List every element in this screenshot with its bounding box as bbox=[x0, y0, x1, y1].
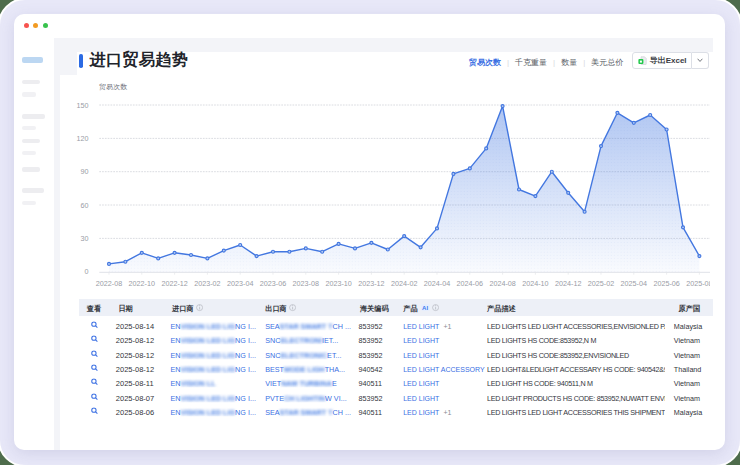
svg-text:2025-02: 2025-02 bbox=[588, 279, 614, 288]
svg-text:2024-12: 2024-12 bbox=[555, 279, 581, 288]
svg-text:2022-12: 2022-12 bbox=[161, 279, 187, 288]
svg-text:2024-04: 2024-04 bbox=[424, 279, 450, 288]
svg-text:2025-06: 2025-06 bbox=[653, 279, 679, 288]
svg-text:90: 90 bbox=[81, 167, 89, 176]
svg-text:120: 120 bbox=[77, 134, 89, 143]
svg-text:2023-02: 2023-02 bbox=[194, 279, 220, 288]
svg-text:2022-10: 2022-10 bbox=[129, 279, 155, 288]
svg-text:2022-08: 2022-08 bbox=[96, 279, 122, 288]
svg-text:30: 30 bbox=[81, 234, 89, 243]
svg-text:2025-08: 2025-08 bbox=[686, 279, 710, 288]
svg-text:2024-08: 2024-08 bbox=[489, 279, 515, 288]
svg-text:2023-12: 2023-12 bbox=[358, 279, 384, 288]
svg-text:150: 150 bbox=[77, 101, 89, 110]
svg-text:2023-08: 2023-08 bbox=[293, 279, 319, 288]
svg-text:2023-10: 2023-10 bbox=[325, 279, 351, 288]
svg-text:2024-06: 2024-06 bbox=[457, 279, 483, 288]
svg-text:2023-06: 2023-06 bbox=[260, 279, 286, 288]
svg-text:2024-10: 2024-10 bbox=[522, 279, 548, 288]
svg-text:60: 60 bbox=[81, 201, 89, 210]
svg-text:0: 0 bbox=[85, 267, 89, 276]
svg-text:2025-04: 2025-04 bbox=[621, 279, 647, 288]
svg-text:2024-02: 2024-02 bbox=[391, 279, 417, 288]
svg-text:2023-04: 2023-04 bbox=[227, 279, 253, 288]
